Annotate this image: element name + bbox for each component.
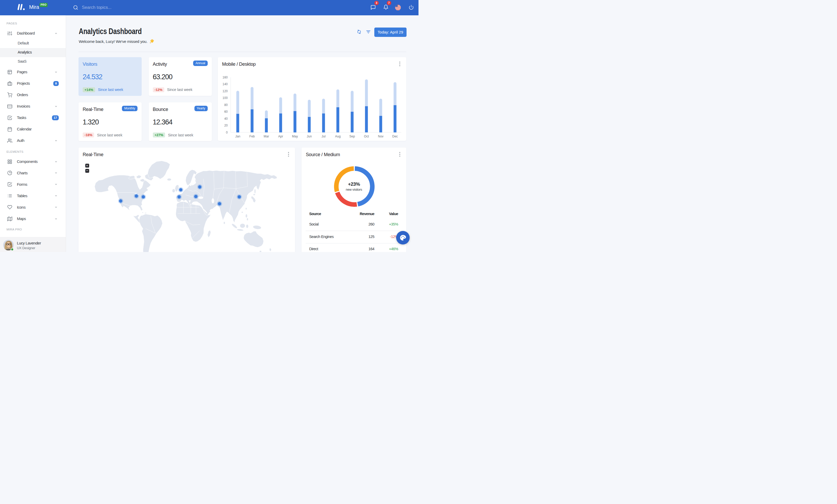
svg-text:Oct: Oct — [364, 134, 369, 138]
svg-text:Jun: Jun — [307, 134, 311, 138]
svg-text:0: 0 — [226, 130, 228, 134]
svg-text:Dec: Dec — [392, 134, 398, 138]
svg-text:140: 140 — [222, 82, 228, 86]
svg-text:Mar: Mar — [264, 134, 269, 138]
svg-text:40: 40 — [224, 117, 228, 120]
svg-text:160: 160 — [222, 75, 228, 79]
svg-text:Feb: Feb — [250, 134, 255, 138]
svg-text:May: May — [292, 134, 298, 138]
svg-text:120: 120 — [222, 89, 228, 93]
svg-text:Jul: Jul — [322, 134, 325, 138]
svg-text:Aug: Aug — [335, 134, 340, 138]
svg-text:100: 100 — [222, 96, 228, 100]
svg-text:Apr: Apr — [279, 134, 283, 138]
svg-text:20: 20 — [224, 124, 228, 127]
svg-text:80: 80 — [224, 103, 228, 107]
svg-text:Nov: Nov — [378, 134, 384, 138]
svg-text:Sep: Sep — [349, 134, 355, 138]
svg-text:60: 60 — [224, 110, 228, 114]
svg-text:Jan: Jan — [235, 134, 240, 138]
